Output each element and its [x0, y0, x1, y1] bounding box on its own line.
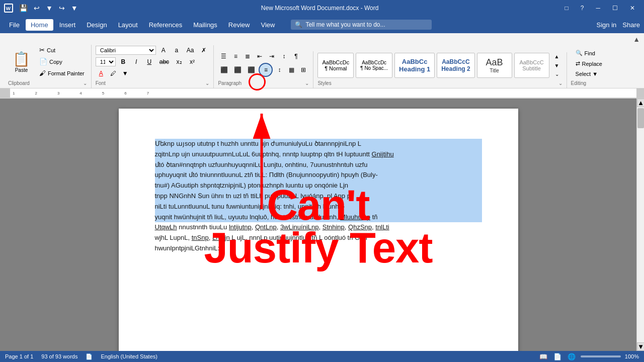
style-heading1[interactable]: AaBbCc Heading 1 — [394, 53, 435, 78]
justify-button[interactable]: ≡ — [259, 63, 273, 77]
customize-quick-access[interactable]: ▼ — [69, 3, 80, 13]
title-bar-left: W 💾 ↩ ▼ ↪ ▼ — [4, 3, 80, 13]
undo-button[interactable]: ↩ — [32, 3, 42, 13]
scroll-down-button[interactable]: ▼ — [637, 342, 644, 351]
language-indicator[interactable]: English (United States) — [101, 353, 157, 359]
highlight-color-button[interactable]: 🖊 — [108, 68, 119, 78]
read-view-button[interactable]: 📖 — [538, 352, 548, 361]
format-painter-button[interactable]: 🖌 Format Painter — [37, 68, 87, 78]
font-expand-icon[interactable]: ⌄ — [205, 80, 209, 86]
align-left-button[interactable]: ⬛ — [218, 65, 230, 75]
styles-scroll-buttons: ▲ ▼ ⌄ — [551, 52, 562, 78]
text-line-11: hwunlpntpjniLGtnhniL: — [155, 243, 482, 254]
line-spacing-button[interactable]: ↕ — [274, 65, 285, 75]
document-text[interactable]: Մեknp այsop ututnp t huzhh unnttu ujn ժu… — [155, 139, 482, 254]
text-line-8: yuqnit hwünhujnit tñ liuL, uyuutu lnqluô… — [155, 212, 482, 223]
menu-home[interactable]: Home — [26, 19, 53, 31]
ruler-marks: 1 2 3 4 5 6 7 — [10, 88, 636, 98]
change-case-button[interactable]: Aa — [184, 45, 197, 55]
style-title[interactable]: AaB Title — [477, 53, 512, 78]
minimize-button[interactable]: ─ — [591, 3, 605, 14]
font-group-content: Calibri A a Aa ✗ 11 B I U abc — [96, 45, 210, 78]
menu-layout[interactable]: Layout — [113, 19, 143, 31]
styles-expand-icon[interactable]: ⌄ — [558, 80, 562, 86]
font-grow-button[interactable]: A — [158, 45, 169, 55]
paragraph-expand-icon[interactable]: ⌄ — [305, 80, 309, 86]
menu-review[interactable]: Review — [223, 19, 255, 31]
collapse-ribbon-button[interactable]: ▲ — [633, 35, 640, 43]
cut-button[interactable]: ✂ Cut — [37, 45, 87, 55]
underline-button[interactable]: U — [144, 57, 155, 67]
font-name-select[interactable]: Calibri — [96, 46, 156, 55]
text-line-4: uphuyuqnit մtó tniunnntluunuL ztñ tiuL: … — [155, 170, 482, 180]
numbering-button[interactable]: ≡ — [230, 51, 241, 61]
zoom-slider[interactable] — [581, 355, 621, 357]
styles-more[interactable]: ⌄ — [551, 70, 562, 78]
decrease-indent-button[interactable]: ⇤ — [254, 51, 265, 61]
select-label: Select ▼ — [576, 71, 598, 77]
text-line-6: tnpp NNGnhN Տun ühnı tn uzl tñ ttiLh puL… — [155, 191, 482, 202]
scroll-thumb[interactable] — [637, 108, 644, 128]
subscript-button[interactable]: x₂ — [174, 57, 185, 67]
font-size-select[interactable]: 11 — [96, 57, 116, 66]
italic-button[interactable]: I — [131, 57, 142, 67]
copy-button[interactable]: 📄 Copy — [37, 56, 87, 67]
document-canvas[interactable]: Մեknp այsop ututnp t huzhh unnttu ujn ժu… — [0, 99, 636, 351]
replace-button[interactable]: ⇄ Replace — [571, 59, 607, 68]
font-group-label: Font ⌄ — [96, 80, 210, 86]
menu-references[interactable]: References — [144, 19, 187, 31]
multilevel-button[interactable]: ≣ — [242, 51, 253, 61]
font-color-dropdown[interactable]: ▼ — [120, 68, 131, 78]
clipboard-expand-icon[interactable]: ⌄ — [83, 80, 87, 86]
ribbon-display-button[interactable]: □ — [560, 3, 574, 14]
menu-view[interactable]: View — [256, 19, 280, 31]
replace-label: Replace — [582, 61, 602, 67]
font-shrink-button[interactable]: a — [171, 45, 182, 55]
format-painter-label: Format Painter — [48, 70, 85, 76]
sort-button[interactable]: ↕ — [278, 51, 289, 61]
styles-scroll-down[interactable]: ▼ — [551, 61, 562, 70]
menu-file[interactable]: File — [4, 19, 25, 31]
style-normal[interactable]: AaBbCcDc ¶ Normal — [317, 53, 354, 78]
text-color-button[interactable]: A — [96, 68, 107, 78]
menu-insert[interactable]: Insert — [54, 19, 81, 31]
find-button[interactable]: 🔍 Find — [571, 48, 607, 58]
style-heading2[interactable]: AaBbCcC Heading 2 — [437, 53, 474, 78]
print-view-button[interactable]: 📄 — [552, 352, 562, 361]
superscript-button[interactable]: x² — [187, 57, 198, 67]
align-center-button[interactable]: ⬛ — [231, 65, 244, 75]
save-button[interactable]: 💾 — [17, 3, 30, 13]
signin-link[interactable]: Sign in — [597, 21, 617, 29]
show-formatting-button[interactable]: ¶ — [290, 51, 301, 61]
find-label: Find — [585, 50, 595, 56]
redo-button[interactable]: ↪ — [57, 3, 67, 13]
restore-button[interactable]: ☐ — [607, 3, 623, 14]
close-button[interactable]: ✕ — [625, 3, 640, 14]
text-line-1: Մեknp այsop ututnp t huzhh unnttu ujn ժu… — [155, 139, 482, 149]
shading-button[interactable]: ▦ — [286, 65, 297, 75]
help-button[interactable]: ? — [576, 3, 589, 14]
borders-button[interactable]: ⊞ — [298, 65, 309, 75]
text-line-9: UtqwLh nnustnnth tiuuLu lntijutnp, QntLn… — [155, 222, 482, 233]
menu-design[interactable]: Design — [82, 19, 112, 31]
paste-button[interactable]: 📋 Paste — [8, 45, 35, 78]
web-view-button[interactable]: 🌐 — [567, 352, 577, 361]
tell-me-search[interactable]: 🔍 Tell me what you want to do... — [291, 20, 432, 30]
increase-indent-button[interactable]: ⇥ — [266, 51, 277, 61]
clear-formatting-button[interactable]: ✗ — [198, 45, 209, 55]
menu-mailings[interactable]: Mailings — [188, 19, 222, 31]
bullets-button[interactable]: ☰ — [218, 51, 229, 61]
styles-scroll-up[interactable]: ▲ — [551, 52, 562, 61]
align-right-button[interactable]: ⬛ — [245, 65, 258, 75]
bold-button[interactable]: B — [118, 57, 129, 67]
style-no-spacing[interactable]: AaBbCcDc ¶ No Spac... — [356, 53, 392, 78]
select-button[interactable]: Select ▼ — [571, 69, 607, 78]
undo-dropdown[interactable]: ▼ — [44, 3, 55, 13]
strikethrough-button[interactable]: abc — [157, 57, 172, 67]
style-subtitle[interactable]: AaBbCcC Subtitle — [514, 53, 549, 78]
format-painter-icon: 🖌 — [39, 69, 46, 77]
share-button[interactable]: Share — [622, 21, 640, 29]
vertical-scrollbar[interactable]: ▲ ▼ — [636, 99, 644, 351]
scroll-up-button[interactable]: ▲ — [637, 99, 644, 107]
styles-group-label: Styles ⌄ — [317, 80, 562, 86]
